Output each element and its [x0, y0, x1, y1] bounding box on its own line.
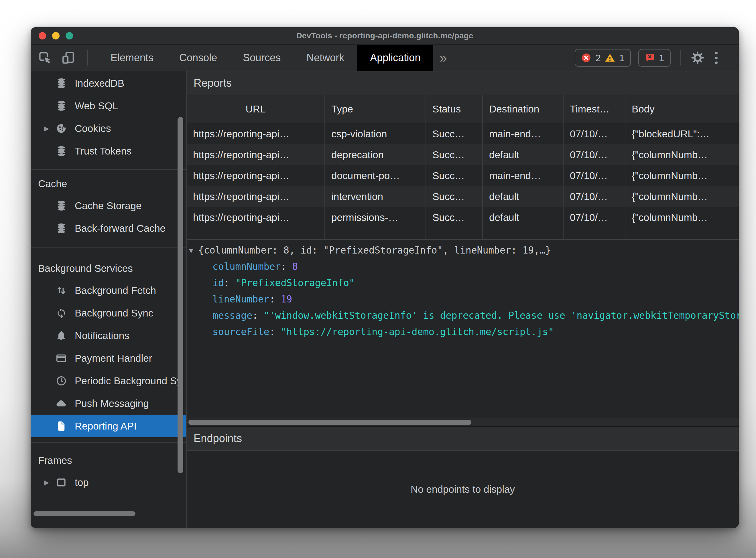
json-value: 8: [292, 261, 298, 272]
issues-badge[interactable]: 1: [638, 49, 670, 67]
more-tabs-chevron-icon[interactable]: »: [433, 45, 453, 71]
table-row[interactable]: https://reporting-api…deprecationSucc…de…: [187, 144, 739, 165]
sidebar-item-label: Payment Handler: [75, 353, 152, 364]
table-cell: main-end…: [483, 165, 564, 186]
clock-icon: [56, 375, 67, 386]
column-header-timest[interactable]: Timest…: [564, 95, 626, 123]
sidebar-item-reporting-api[interactable]: Reporting API: [31, 415, 186, 437]
collapse-triangle-icon[interactable]: ▼: [189, 243, 198, 258]
cookie-icon: [56, 123, 67, 134]
tab-elements[interactable]: Elements: [98, 45, 166, 71]
sidebar-section-background-services: Background ServicesBackground FetchBackg…: [31, 248, 186, 443]
tab-console[interactable]: Console: [166, 45, 230, 71]
traffic-lights: [39, 27, 73, 44]
reports-table-body: https://reporting-api…csp-violationSucc……: [187, 123, 739, 228]
sidebar-section: IndexedDBWeb SQL▶CookiesTrust Tokens: [31, 71, 186, 170]
reporting-api-panel: Reports URLTypeStatusDestinationTimest…B…: [187, 71, 739, 528]
warning-count: 1: [619, 52, 625, 64]
toolbar-right-cluster: 2 1 1: [575, 45, 739, 71]
tab-application[interactable]: Application: [357, 45, 433, 71]
json-property-linenumber: lineNumber: 19: [187, 291, 739, 307]
expand-arrow-icon[interactable]: ▶: [44, 478, 49, 486]
table-cell: intervention: [325, 186, 426, 207]
database-icon: [56, 223, 67, 234]
sidebar-vertical-scrollbar-thumb[interactable]: [177, 117, 183, 473]
tab-sources[interactable]: Sources: [230, 45, 294, 71]
report-body-detail-pane: ▼{columnNumber: 8, id: "PrefixedStorageI…: [187, 240, 739, 418]
sidebar-item-background-fetch[interactable]: Background Fetch: [31, 279, 186, 302]
table-row[interactable]: https://reporting-api…interventionSucc…d…: [187, 186, 739, 207]
sidebar-item-top[interactable]: ▶top: [31, 471, 186, 493]
panel-tabs: ElementsConsoleSourcesNetworkApplication: [98, 45, 433, 71]
sidebar-item-notifications[interactable]: Notifications: [31, 324, 186, 347]
zoom-window-button[interactable]: [66, 32, 73, 40]
sidebar-item-periodic-background-sync[interactable]: Periodic Background Sync: [31, 370, 186, 392]
sidebar-item-trust-tokens[interactable]: Trust Tokens: [31, 140, 186, 162]
table-cell: 07/10/…: [564, 144, 626, 165]
sidebar-item-background-sync[interactable]: Background Sync: [31, 302, 186, 324]
sidebar-item-push-messaging[interactable]: Push Messaging: [31, 392, 186, 415]
json-key: id: [213, 277, 224, 288]
sidebar-item-label: Push Messaging: [75, 398, 149, 409]
expand-arrow-icon[interactable]: ▶: [44, 125, 49, 132]
json-key: message: [213, 310, 252, 321]
endpoints-body: No endpoints to display: [187, 451, 739, 528]
sidebar-item-label: Reporting API: [75, 421, 137, 432]
sidebar-item-label: Cache Storage: [75, 200, 142, 211]
table-cell: https://reporting-api…: [187, 144, 325, 165]
window-title: DevTools - reporting-api-demo.glitch.me/…: [296, 31, 473, 40]
table-cell: https://reporting-api…: [187, 186, 325, 207]
sidebar-horizontal-scrollbar-thumb[interactable]: [33, 511, 136, 516]
sidebar-item-back-forward-cache[interactable]: Back-forward Cache: [31, 217, 186, 239]
inspect-element-icon[interactable]: [38, 51, 52, 65]
table-cell: default: [483, 144, 564, 165]
sidebar-item-web-sql[interactable]: Web SQL: [31, 95, 186, 117]
table-row[interactable]: https://reporting-api…csp-violationSucc……: [187, 123, 739, 144]
table-cell: Succ…: [426, 207, 483, 228]
sidebar-item-label: Background Sync: [75, 307, 153, 319]
column-header-url[interactable]: URL: [187, 95, 325, 123]
application-sidebar: IndexedDBWeb SQL▶CookiesTrust TokensCach…: [31, 71, 187, 528]
fetch-icon: [56, 285, 67, 296]
section-header-frames: Frames: [31, 450, 186, 471]
close-window-button[interactable]: [39, 32, 46, 40]
table-cell: 07/10/…: [564, 165, 626, 186]
table-row[interactable]: https://reporting-api…document-po…Succ…m…: [187, 165, 739, 186]
json-value: "https://reporting-api-demo.glitch.me/sc…: [281, 326, 554, 337]
sidebar-section-cache: CacheCache StorageBack-forward Cache: [31, 170, 186, 248]
table-cell: Succ…: [426, 123, 483, 144]
sidebar-item-cookies[interactable]: ▶Cookies: [31, 117, 186, 140]
column-header-body[interactable]: Body: [626, 95, 739, 123]
json-property-id: id: "PrefixedStorageInfo": [187, 275, 739, 291]
table-cell: https://reporting-api…: [187, 207, 325, 228]
settings-gear-icon[interactable]: [691, 51, 704, 65]
sidebar-item-label: Trust Tokens: [75, 145, 131, 157]
column-header-status[interactable]: Status: [426, 95, 483, 123]
table-cell: https://reporting-api…: [187, 165, 325, 186]
issues-icon: [644, 53, 655, 63]
sidebar-item-cache-storage[interactable]: Cache Storage: [31, 194, 186, 217]
sidebar-item-payment-handler[interactable]: Payment Handler: [31, 347, 186, 370]
minimize-window-button[interactable]: [52, 32, 59, 40]
table-cell: deprecation: [325, 144, 426, 165]
console-errors-warnings-badge[interactable]: 2 1: [575, 49, 631, 67]
database-icon: [56, 200, 67, 211]
table-cell: {"blockedURL":…: [626, 123, 739, 144]
devtools-window: DevTools - reporting-api-demo.glitch.me/…: [31, 27, 739, 528]
device-toolbar-icon[interactable]: [62, 51, 75, 65]
sidebar-item-label: Background Fetch: [75, 285, 156, 296]
report-body-preview[interactable]: ▼{columnNumber: 8, id: "PrefixedStorageI…: [187, 242, 739, 258]
issue-count: 1: [659, 52, 664, 64]
table-row[interactable]: https://reporting-api…permissions-…Succ……: [187, 207, 739, 228]
toolbar-separator: [87, 50, 88, 66]
kebab-menu-icon[interactable]: [712, 52, 721, 64]
endpoints-section-header: Endpoints: [187, 426, 739, 451]
tab-network[interactable]: Network: [294, 45, 357, 71]
column-header-type[interactable]: Type: [325, 95, 426, 123]
sidebar-item-indexeddb[interactable]: IndexedDB: [31, 72, 186, 95]
column-header-destination[interactable]: Destination: [483, 95, 564, 123]
preview-text: {columnNumber: 8, id: "PrefixedStorageIn…: [198, 245, 551, 256]
table-cell: {"columnNumb…: [626, 207, 739, 228]
detail-horizontal-scrollbar-thumb[interactable]: [189, 420, 471, 425]
table-cell: 07/10/…: [564, 207, 626, 228]
